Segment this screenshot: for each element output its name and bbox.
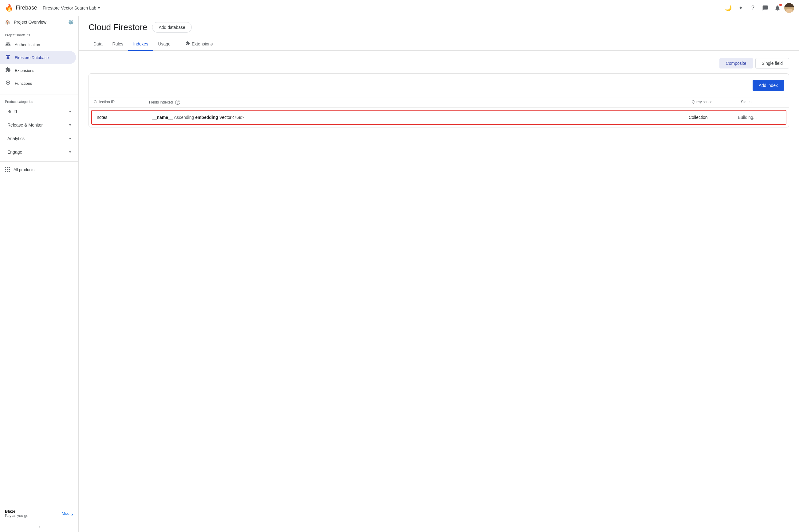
settings-icon[interactable]: ⚙️: [68, 20, 73, 24]
project-selector[interactable]: Firestore Vector Search Lab ▾: [40, 4, 102, 12]
avatar-hair: [784, 3, 794, 7]
dark-mode-button[interactable]: 🌙: [723, 2, 734, 14]
modify-button[interactable]: Modify: [62, 511, 73, 516]
app-body: 🏠 Project Overview ⚙️ Project shortcuts …: [0, 16, 799, 532]
analytics-label: Analytics: [7, 136, 24, 141]
plan-name: Blaze: [5, 509, 28, 514]
main-body: Composite Single field Add index Collect…: [79, 51, 799, 532]
chat-button[interactable]: [760, 2, 771, 14]
sidebar-item-firestore[interactable]: Firestore Database: [0, 51, 76, 64]
release-label: Release & Monitor: [7, 122, 43, 128]
avatar[interactable]: [784, 3, 794, 13]
table-header-row: Collection ID Fields indexed ? Query sco…: [89, 97, 789, 108]
notification-badge: [779, 4, 782, 6]
tab-rules[interactable]: Rules: [108, 38, 128, 51]
sparkle-button[interactable]: ✦: [735, 2, 746, 14]
add-index-button[interactable]: Add index: [752, 80, 784, 91]
table-toolbar: Add index: [89, 74, 789, 97]
home-icon: 🏠: [5, 20, 10, 24]
functions-icon: [5, 80, 11, 87]
engage-chevron-icon: ▾: [69, 150, 71, 154]
release-chevron-icon: ▾: [69, 123, 71, 127]
home-label: Project Overview: [14, 20, 47, 24]
sidebar-category-analytics[interactable]: Analytics ▾: [2, 132, 76, 145]
engage-left: Engage: [7, 150, 22, 154]
sidebar-category-build[interactable]: Build ▾: [2, 106, 76, 118]
chevron-down-icon: ▾: [98, 6, 100, 10]
release-left: Release & Monitor: [7, 122, 43, 128]
fields-help-icon[interactable]: ?: [175, 100, 180, 105]
tab-indexes[interactable]: Indexes: [128, 38, 153, 51]
col-header-status: Status: [741, 100, 784, 105]
product-categories-header: Product categories: [0, 97, 78, 105]
sidebar-category-release[interactable]: Release & Monitor ▾: [2, 119, 76, 131]
sidebar-divider-2: [0, 161, 78, 162]
authentication-label: Authentication: [15, 42, 40, 47]
engage-label: Engage: [7, 150, 22, 154]
main-header: Cloud Firestore Add database Data Rules …: [79, 16, 799, 51]
topbar-right: 🌙 ✦ ?: [723, 2, 794, 14]
build-label: Build: [7, 109, 17, 114]
sidebar-divider-1: [0, 95, 78, 95]
add-database-button[interactable]: Add database: [152, 22, 191, 33]
cell-status: Building...: [738, 115, 781, 120]
field-ascending: Ascending: [174, 115, 195, 120]
main-content-area: Cloud Firestore Add database Data Rules …: [79, 16, 799, 532]
single-field-button[interactable]: Single field: [755, 58, 789, 69]
sidebar: 🏠 Project Overview ⚙️ Project shortcuts …: [0, 16, 79, 532]
extensions-tab-label: Extensions: [192, 41, 213, 46]
sidebar-item-authentication[interactable]: Authentication: [0, 38, 78, 51]
topbar: 🔥 Firebase Firestore Vector Search Lab ▾…: [0, 0, 799, 16]
composite-button[interactable]: Composite: [720, 58, 753, 69]
avatar-body: [786, 8, 793, 13]
col-header-fields: Fields indexed ?: [149, 100, 692, 105]
sidebar-item-home[interactable]: 🏠 Project Overview ⚙️: [0, 16, 78, 28]
plan-sub: Pay as you go: [5, 514, 28, 518]
extensions-icon: [5, 67, 11, 74]
page-title-row: Cloud Firestore Add database: [89, 22, 789, 33]
authentication-icon: [5, 41, 11, 48]
extensions-label: Extensions: [15, 68, 34, 73]
tab-divider: [178, 40, 178, 48]
col-header-collection-id: Collection ID: [94, 100, 149, 105]
tab-extensions[interactable]: Extensions: [181, 37, 218, 51]
plan-info: Blaze Pay as you go: [5, 509, 28, 518]
build-left: Build: [7, 109, 17, 114]
functions-label: Functions: [15, 81, 32, 86]
firebase-icon: 🔥: [5, 4, 13, 12]
field-name-1: __name__: [152, 115, 173, 120]
index-type-controls: Composite Single field: [89, 58, 789, 69]
svg-point-0: [7, 82, 9, 83]
field-name-2: embedding: [195, 115, 218, 120]
cell-fields: __name__ Ascending embedding Vector<768>: [152, 115, 689, 120]
firestore-icon: [5, 54, 11, 61]
index-table: Add index Collection ID Fields indexed ?: [89, 73, 789, 128]
sidebar-category-engage[interactable]: Engage ▾: [2, 146, 76, 158]
firebase-logo: 🔥 Firebase: [5, 4, 37, 12]
project-name: Firestore Vector Search Lab: [43, 5, 96, 11]
collapse-sidebar-button[interactable]: ‹: [0, 521, 78, 532]
collapse-icon: ‹: [38, 524, 40, 530]
sidebar-item-all-products[interactable]: All products: [0, 164, 78, 175]
firebase-wordmark: Firebase: [16, 5, 37, 11]
sidebar-item-extensions[interactable]: Extensions: [0, 64, 78, 77]
page-title: Cloud Firestore: [89, 22, 147, 32]
col-header-query-scope: Query scope: [692, 100, 741, 105]
analytics-left: Analytics: [7, 136, 24, 141]
shortcuts-header: Project shortcuts: [0, 31, 78, 38]
cell-collection-id: notes: [97, 115, 152, 120]
sidebar-shortcuts-section: Project shortcuts Authentication Firesto…: [0, 28, 78, 92]
field-type: Vector<768>: [219, 115, 244, 120]
sidebar-item-functions[interactable]: Functions: [0, 77, 78, 90]
analytics-chevron-icon: ▾: [69, 136, 71, 141]
table-row[interactable]: notes __name__ Ascending embedding Vecto…: [91, 110, 786, 125]
notification-button[interactable]: [772, 2, 783, 14]
tabs: Data Rules Indexes Usage Extensions: [89, 37, 789, 50]
extensions-tab-icon: [186, 41, 190, 46]
help-button[interactable]: ?: [747, 2, 758, 14]
sidebar-bottom: Blaze Pay as you go Modify: [0, 505, 78, 521]
tab-usage[interactable]: Usage: [153, 38, 175, 51]
all-products-label: All products: [14, 167, 34, 172]
cell-query-scope: Collection: [689, 115, 738, 120]
tab-data[interactable]: Data: [89, 38, 108, 51]
